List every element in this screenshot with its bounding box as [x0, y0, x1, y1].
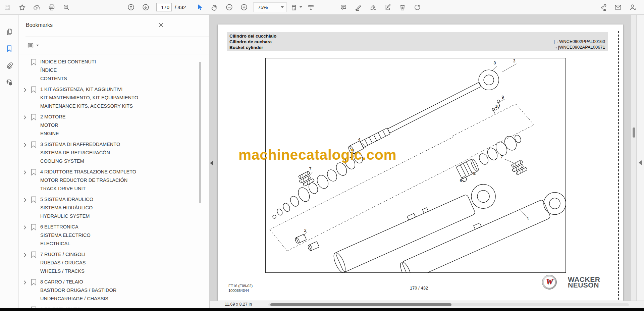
chevron-right-icon[interactable] [23, 278, 31, 303]
bookmark-line: UNDERCARRIAGE / CHASSIS [40, 295, 116, 303]
vertical-scrollbar[interactable] [631, 15, 636, 301]
chevron-right-icon[interactable] [23, 195, 31, 220]
chevron-right-icon[interactable] [23, 85, 31, 110]
horizontal-scrollbar-thumb[interactable] [270, 303, 451, 306]
bookmark-item[interactable]: 2 MOTOREMOTORENGINE [23, 113, 209, 138]
title-spanish: Cilindro de cuchara [229, 39, 276, 45]
status-bar: 11,69 x 8,27 in [210, 301, 644, 308]
options-bar-divider [45, 40, 45, 51]
bookmark-line: TRACK DRIVE UNIT [40, 185, 136, 193]
search-icon [63, 4, 70, 11]
serial-to: →|WNCE0902APAL00671 [554, 44, 605, 50]
page-fold-dashed-line [618, 31, 619, 300]
highlight-button[interactable] [351, 2, 366, 13]
hand-tool-button[interactable] [207, 2, 222, 13]
main-toolbar: / 432 75% [0, 0, 644, 15]
bookmark-label: 8 CARRO / TELAIOBASTIDOR ORUGAS / BASTID… [40, 278, 116, 303]
zoom-level-dropdown[interactable]: 75% [253, 2, 287, 12]
panel-scrollbar[interactable] [199, 62, 201, 203]
bookmark-line: ELECTRICAL [40, 240, 91, 248]
print-button[interactable] [44, 2, 59, 13]
bookmark-item[interactable]: 5 SISTEMA IDRAULICOSISTEMA HIDRÁULICOHYD… [23, 195, 209, 220]
select-cursor-icon [196, 4, 203, 11]
bookmark-icon [31, 305, 40, 308]
part-callout-number: 10 [495, 104, 500, 109]
email-button[interactable] [610, 2, 625, 13]
share-link-button[interactable] [596, 2, 610, 13]
next-page-button[interactable] [138, 2, 153, 13]
part-callout-number: 6 [460, 178, 462, 183]
bookmark-item[interactable]: INDICE DEI CONTENUTIÍNDICECONTENTS [23, 58, 209, 83]
collapse-panel-arrow[interactable] [210, 160, 213, 166]
bookmark-icon [31, 113, 40, 138]
page-number-input[interactable] [156, 3, 172, 11]
fit-width-button[interactable] [289, 2, 304, 13]
vertical-scrollbar-thumb[interactable] [633, 127, 635, 138]
previous-page-button[interactable] [123, 2, 138, 13]
bookmark-line: 4 RIDUTTORE TRASLAZIONE COMPLETO [40, 168, 136, 176]
rotate-button[interactable] [410, 2, 425, 13]
highlight-icon [355, 4, 362, 11]
page-info-icon: i [5, 78, 13, 86]
page-count-label: / 432 [175, 4, 186, 10]
toolbar-divider [333, 3, 333, 12]
bookmark-label: 9 RIVESTIMENTO [40, 305, 81, 308]
close-icon [158, 22, 164, 28]
account-button[interactable] [625, 2, 640, 13]
star-button[interactable] [15, 2, 30, 13]
bookmark-line: 3 SISTEMA DI RAFFREDDAMENTO [40, 140, 120, 149]
bookmark-item[interactable]: 3 SISTEMA DI RAFFREDDAMENTOSISTEMA DE RE… [23, 140, 209, 165]
search-button[interactable] [59, 2, 74, 13]
bookmark-item[interactable]: 1 KIT ASSISTENZA, KIT AGGIUNTIVIKIT MANT… [23, 85, 209, 110]
bookmark-item[interactable]: 9 RIVESTIMENTO [23, 305, 209, 308]
sign-button[interactable] [366, 2, 380, 13]
bookmark-line: RUEDAS / ORUGAS [40, 259, 86, 267]
edit-page-button[interactable] [380, 2, 395, 13]
attachments-tab[interactable] [0, 57, 19, 74]
save-icon [4, 4, 11, 11]
horizontal-scrollbar[interactable] [268, 303, 629, 306]
select-tool-button[interactable] [192, 2, 207, 13]
page-down-icon [142, 3, 150, 11]
bookmark-item[interactable]: 4 RIDUTTORE TRASLAZIONE COMPLETOMOTOR RE… [23, 168, 209, 193]
chevron-down-icon [300, 6, 302, 8]
brand-wordmark: WACKER NEUSON [568, 276, 600, 288]
document-canvas[interactable]: Cilindro del cucchiaio Cilindro de cucha… [210, 15, 631, 301]
edit-page-icon [384, 4, 391, 11]
page-thumbnails-tab[interactable] [0, 23, 19, 40]
page-scroll-mode-button[interactable] [304, 2, 318, 13]
page-info-tab[interactable]: i [0, 74, 19, 91]
pdf-page: Cilindro del cucchiaio Cilindro de cucha… [218, 24, 623, 301]
comment-button[interactable] [336, 2, 351, 13]
bookmark-line: INDICE DEI CONTENUTI [40, 58, 96, 66]
star-icon [18, 4, 26, 11]
bookmark-line: SISTEMA DE REFRIGERACÓN [40, 149, 120, 157]
close-panel-button[interactable] [156, 21, 166, 30]
bookmark-line: KIT MANTENIMIENTO, KIT EQUIPAMIENTO [40, 94, 138, 102]
zoom-out-button[interactable] [222, 2, 236, 13]
chevron-right-icon[interactable] [23, 305, 31, 308]
bookmark-options-button[interactable] [25, 41, 40, 51]
chevron-right-icon[interactable] [23, 168, 31, 193]
bookmark-item[interactable]: 6 ELETTRONICASISTEMA ELECTRICOELECTRICAL [23, 223, 209, 248]
bookmark-item[interactable]: 7 RUOTE / CINGOLIRUEDAS / ORUGASWHEELS /… [23, 250, 209, 275]
expand-tools-arrow[interactable] [639, 160, 642, 165]
chevron-right-icon[interactable] [23, 113, 31, 138]
bookmark-icon [31, 250, 40, 275]
tools-pane-collapsed [636, 15, 644, 301]
bookmark-label: 5 SISTEMA IDRAULICOSISTEMA HIDRÁULICOHYD… [40, 195, 93, 220]
zoom-in-button[interactable] [236, 2, 251, 13]
part-callout-number: 5 [473, 171, 476, 176]
delete-button[interactable] [395, 2, 410, 13]
chevron-right-icon[interactable] [23, 250, 31, 275]
chevron-right-icon[interactable] [23, 140, 31, 165]
share-upload-button[interactable] [30, 2, 44, 13]
zoom-in-icon [240, 3, 248, 11]
save-button[interactable] [0, 2, 15, 13]
bookmark-item[interactable]: 8 CARRO / TELAIOBASTIDOR ORUGAS / BASTID… [23, 278, 209, 303]
serial-from: |→WNCE0902PPAL00160 [554, 39, 605, 44]
chevron-right-icon[interactable] [23, 223, 31, 248]
part-callout-number: 9 [502, 95, 504, 100]
page-titles: Cilindro del cucchiaio Cilindro de cucha… [229, 33, 276, 50]
bookmarks-tab[interactable] [0, 40, 19, 57]
